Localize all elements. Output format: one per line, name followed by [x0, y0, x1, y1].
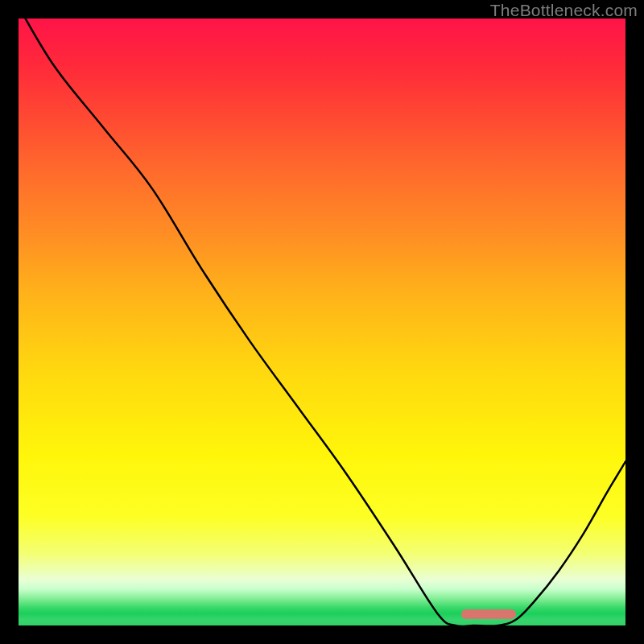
optimal-marker: [461, 609, 516, 619]
bottleneck-curve: [19, 19, 625, 625]
plot-area: [19, 19, 625, 625]
attribution-text: TheBottleneck.com: [490, 1, 638, 20]
